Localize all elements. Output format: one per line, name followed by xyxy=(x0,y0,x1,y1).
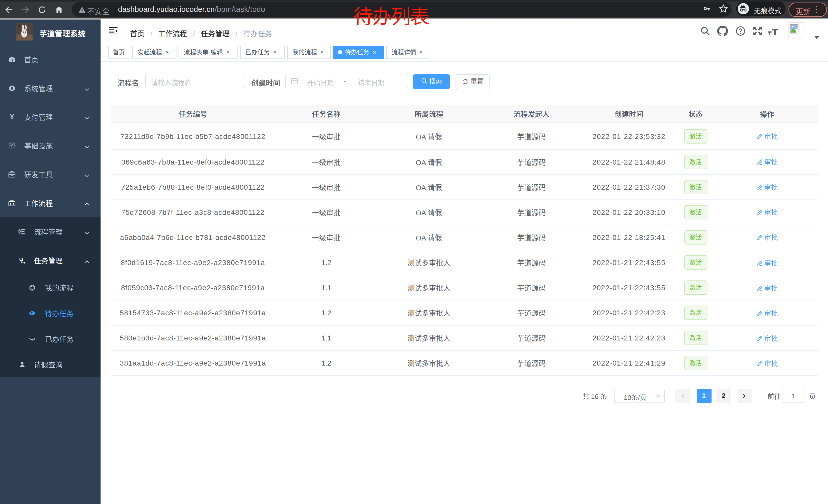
svg-text:¥: ¥ xyxy=(10,113,14,121)
